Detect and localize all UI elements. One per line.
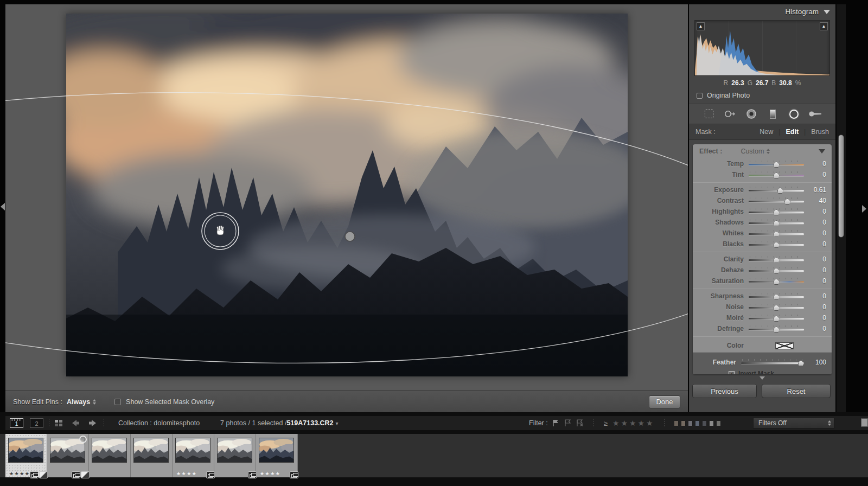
color-label-chip[interactable] bbox=[688, 420, 693, 426]
filmstrip-cell-1[interactable]: ★★★★ bbox=[5, 434, 47, 477]
collection-breadcrumb[interactable]: Collection : dolomitesphoto bbox=[118, 419, 200, 427]
thumbnail-rating[interactable]: ★★★★ bbox=[9, 471, 30, 476]
mask-edit-button[interactable]: Edit bbox=[786, 128, 799, 136]
filename-caret-icon[interactable]: ▾ bbox=[336, 420, 339, 426]
shadow-clipping-indicator[interactable]: ▲ bbox=[697, 22, 705, 30]
effect-preset-select[interactable]: Custom bbox=[741, 148, 764, 155]
flag-reject-icon[interactable] bbox=[576, 419, 584, 427]
filmstrip-cell-3[interactable] bbox=[89, 434, 131, 477]
feather-slider[interactable] bbox=[741, 362, 804, 364]
collection-badge-icon[interactable] bbox=[206, 471, 215, 478]
red-eye-tool[interactable] bbox=[744, 107, 758, 121]
color-label-chip[interactable] bbox=[702, 420, 707, 426]
histogram-header[interactable]: Histogram bbox=[689, 4, 835, 19]
mask-brush-button[interactable]: Brush bbox=[811, 128, 829, 136]
filmstrip-cell-6[interactable] bbox=[214, 434, 256, 477]
color-row: Color bbox=[693, 338, 832, 353]
adjustment-brush-tool[interactable] bbox=[808, 107, 822, 121]
mask-new-button[interactable]: New bbox=[760, 128, 773, 136]
back-arrow-icon bbox=[70, 419, 80, 427]
slider-knob[interactable] bbox=[798, 360, 804, 366]
done-button[interactable]: Done bbox=[649, 395, 680, 408]
slider-knob[interactable] bbox=[774, 294, 780, 300]
original-photo-checkbox[interactable] bbox=[697, 93, 703, 99]
filmstrip: 1 2 Collection : dolomitesphoto 7 photos… bbox=[0, 412, 868, 486]
flag-unflagged-icon[interactable] bbox=[564, 419, 572, 427]
reset-button[interactable]: Reset bbox=[762, 384, 831, 398]
collection-badge-icon[interactable] bbox=[30, 471, 39, 478]
filter-enable-switch[interactable] bbox=[861, 418, 868, 427]
show-mask-overlay-checkbox[interactable] bbox=[114, 399, 121, 405]
slider-knob[interactable] bbox=[774, 242, 780, 248]
main-window-button[interactable]: 1 bbox=[10, 418, 23, 428]
rating-gte-icon[interactable]: ≥ bbox=[604, 419, 608, 427]
slider-knob[interactable] bbox=[774, 327, 780, 332]
slider-knob[interactable] bbox=[774, 279, 780, 285]
invert-mask-checkbox[interactable]: ✓ bbox=[729, 371, 735, 375]
slider-row-sharpness: Sharpness 0 bbox=[693, 291, 832, 302]
spot-removal-tool[interactable] bbox=[723, 107, 737, 121]
preset-arrows-icon[interactable] bbox=[767, 149, 770, 154]
contrast-slider[interactable] bbox=[749, 201, 804, 202]
color-swatch[interactable] bbox=[775, 342, 794, 349]
color-label-chip[interactable] bbox=[709, 420, 714, 426]
collection-badge-icon[interactable] bbox=[72, 471, 80, 478]
previous-button[interactable]: Previous bbox=[692, 384, 757, 398]
slider-knob[interactable] bbox=[774, 305, 780, 311]
slider-knob[interactable] bbox=[774, 220, 780, 226]
right-panel-toggle-icon[interactable] bbox=[862, 205, 866, 213]
filmstrip-cell-4[interactable] bbox=[131, 434, 173, 477]
next-photo-button[interactable] bbox=[88, 419, 98, 427]
collection-badge-icon[interactable] bbox=[248, 471, 257, 478]
edit-pins-mode-arrows-icon[interactable] bbox=[93, 399, 96, 405]
slider-knob[interactable] bbox=[784, 199, 790, 204]
slider-knob[interactable] bbox=[774, 268, 780, 274]
previous-photo-button[interactable] bbox=[70, 419, 80, 427]
histogram-collapse-icon[interactable] bbox=[824, 10, 830, 14]
radial-filter-tool[interactable] bbox=[787, 107, 801, 121]
graduated-filter-tool[interactable] bbox=[766, 107, 780, 121]
slider-knob[interactable] bbox=[774, 316, 780, 322]
panel-scrollbar-thumb[interactable] bbox=[838, 135, 844, 238]
thumbnail-image bbox=[8, 438, 43, 463]
exposure-slider[interactable] bbox=[749, 190, 804, 191]
filmstrip-cell-7[interactable]: ★★★★ bbox=[256, 434, 298, 477]
effect-collapse-icon[interactable] bbox=[819, 149, 825, 154]
g-label: G bbox=[748, 79, 752, 87]
collection-badge-icon[interactable] bbox=[290, 471, 298, 478]
adjustment-badge-icon[interactable] bbox=[81, 471, 90, 478]
slider-knob[interactable] bbox=[774, 231, 780, 237]
selected-filename[interactable]: 519A7133.CR2 bbox=[286, 419, 333, 427]
photo-preview[interactable] bbox=[66, 14, 628, 376]
panel-scrollbar-track[interactable] bbox=[837, 4, 846, 412]
filmstrip-cell-2[interactable] bbox=[47, 434, 89, 477]
rating-filter-stars[interactable]: ★★★★★ bbox=[612, 419, 655, 427]
edit-pins-mode-select[interactable]: Always bbox=[67, 398, 90, 406]
thumbnail-rating[interactable]: ★★★★ bbox=[176, 471, 197, 476]
slider-knob[interactable] bbox=[774, 162, 780, 168]
filmstrip-cell-5[interactable]: ★★★★ bbox=[173, 434, 214, 477]
color-label-chip[interactable] bbox=[681, 420, 686, 426]
second-window-button[interactable]: 2 bbox=[30, 418, 43, 428]
slider-value: 0 bbox=[809, 266, 826, 274]
color-label-chip[interactable] bbox=[695, 420, 700, 426]
highlight-clipping-indicator[interactable]: ▲ bbox=[820, 22, 828, 30]
slider-knob[interactable] bbox=[774, 257, 780, 263]
color-label-chip[interactable] bbox=[716, 420, 721, 426]
left-panel-toggle-icon[interactable] bbox=[1, 203, 5, 210]
slider-knob[interactable] bbox=[774, 172, 780, 178]
thumbnail-rating[interactable]: ★★★★ bbox=[260, 471, 280, 476]
grid-view-icon[interactable] bbox=[55, 420, 62, 426]
slider-label: Highlights bbox=[698, 208, 744, 215]
slider-knob[interactable] bbox=[777, 188, 783, 194]
crop-overlay-tool[interactable] bbox=[702, 107, 716, 121]
slider-value: 0 bbox=[809, 303, 826, 311]
flag-pick-icon[interactable] bbox=[552, 419, 560, 427]
adjustment-badge-icon[interactable] bbox=[39, 471, 48, 478]
color-label-chip[interactable] bbox=[674, 420, 679, 426]
slider-knob[interactable] bbox=[774, 209, 780, 215]
thumbnail-image bbox=[217, 438, 252, 463]
slider-row-shadows: Shadows 0 bbox=[693, 217, 832, 228]
filters-off-dropdown[interactable]: Filters Off bbox=[753, 418, 834, 429]
feather-section: Feather 100 ✓ Invert Mask bbox=[693, 353, 832, 374]
